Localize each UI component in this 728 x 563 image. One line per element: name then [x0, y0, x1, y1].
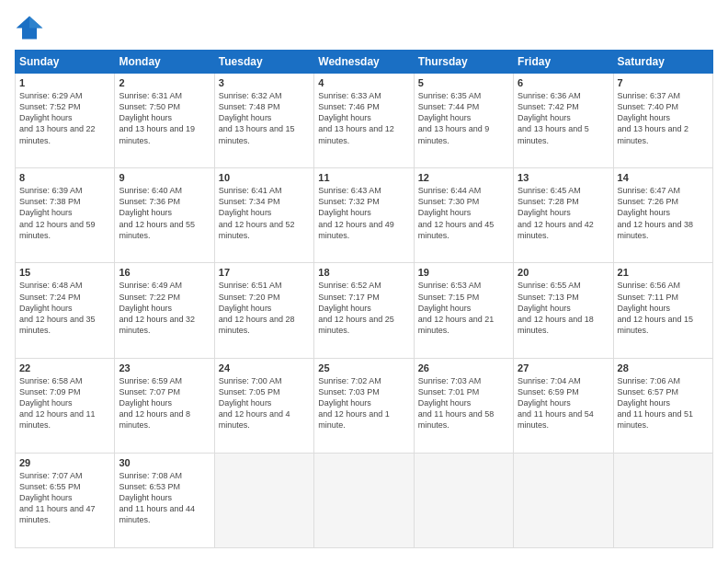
- calendar-cell: 27 Sunrise: 7:04 AMSunset: 6:59 PMDaylig…: [514, 358, 613, 453]
- day-number: 14: [618, 172, 709, 183]
- day-number: 9: [119, 172, 210, 183]
- day-header-wednesday: Wednesday: [314, 51, 414, 74]
- day-info: Sunrise: 6:59 AMSunset: 7:07 PMDaylight …: [119, 375, 210, 431]
- calendar-cell: [613, 453, 712, 547]
- calendar-cell: 12 Sunrise: 6:44 AMSunset: 7:30 PMDaylig…: [414, 168, 513, 263]
- calendar-cell: 2 Sunrise: 6:31 AMSunset: 7:50 PMDayligh…: [115, 74, 214, 168]
- day-header-friday: Friday: [514, 51, 613, 74]
- calendar-cell: 15 Sunrise: 6:48 AMSunset: 7:24 PMDaylig…: [16, 263, 115, 358]
- calendar-cell: 1 Sunrise: 6:29 AMSunset: 7:52 PMDayligh…: [16, 74, 115, 168]
- calendar-cell: 24 Sunrise: 7:00 AMSunset: 7:05 PMDaylig…: [214, 358, 313, 453]
- calendar-header-row: SundayMondayTuesdayWednesdayThursdayFrid…: [16, 51, 713, 74]
- day-info: Sunrise: 7:04 AMSunset: 6:59 PMDaylight …: [518, 375, 609, 431]
- day-info: Sunrise: 6:35 AMSunset: 7:44 PMDaylight …: [418, 90, 509, 146]
- day-number: 10: [219, 172, 310, 183]
- calendar-week-5: 29 Sunrise: 7:07 AMSunset: 6:55 PMDaylig…: [16, 453, 713, 547]
- calendar-cell: [414, 453, 513, 547]
- day-number: 5: [418, 77, 509, 88]
- day-info: Sunrise: 6:45 AMSunset: 7:28 PMDaylight …: [518, 185, 609, 241]
- day-number: 3: [219, 77, 310, 88]
- calendar-cell: 19 Sunrise: 6:53 AMSunset: 7:15 PMDaylig…: [414, 263, 513, 358]
- day-info: Sunrise: 6:41 AMSunset: 7:34 PMDaylight …: [219, 185, 310, 241]
- calendar-cell: 28 Sunrise: 7:06 AMSunset: 6:57 PMDaylig…: [613, 358, 712, 453]
- day-info: Sunrise: 6:44 AMSunset: 7:30 PMDaylight …: [418, 185, 509, 241]
- day-info: Sunrise: 6:51 AMSunset: 7:20 PMDaylight …: [219, 280, 310, 336]
- day-number: 21: [618, 267, 709, 278]
- calendar-week-1: 1 Sunrise: 6:29 AMSunset: 7:52 PMDayligh…: [16, 74, 713, 168]
- calendar-cell: 3 Sunrise: 6:32 AMSunset: 7:48 PMDayligh…: [214, 74, 313, 168]
- day-info: Sunrise: 7:03 AMSunset: 7:01 PMDaylight …: [418, 375, 509, 431]
- day-number: 6: [518, 77, 609, 88]
- calendar-cell: 9 Sunrise: 6:40 AMSunset: 7:36 PMDayligh…: [115, 168, 214, 263]
- calendar-cell: 17 Sunrise: 6:51 AMSunset: 7:20 PMDaylig…: [214, 263, 313, 358]
- calendar-cell: 6 Sunrise: 6:36 AMSunset: 7:42 PMDayligh…: [514, 74, 613, 168]
- day-info: Sunrise: 6:58 AMSunset: 7:09 PMDaylight …: [19, 375, 110, 431]
- day-number: 25: [318, 362, 409, 373]
- day-number: 16: [119, 267, 210, 278]
- calendar-cell: 22 Sunrise: 6:58 AMSunset: 7:09 PMDaylig…: [16, 358, 115, 453]
- day-header-monday: Monday: [115, 51, 214, 74]
- day-number: 30: [119, 457, 210, 468]
- day-number: 12: [418, 172, 509, 183]
- day-number: 26: [418, 362, 509, 373]
- calendar-cell: [314, 453, 414, 547]
- calendar-cell: 5 Sunrise: 6:35 AMSunset: 7:44 PMDayligh…: [414, 74, 513, 168]
- day-info: Sunrise: 7:02 AMSunset: 7:03 PMDaylight …: [318, 375, 409, 431]
- day-number: 13: [518, 172, 609, 183]
- day-number: 29: [19, 457, 110, 468]
- day-info: Sunrise: 7:07 AMSunset: 6:55 PMDaylight …: [19, 470, 110, 526]
- day-header-saturday: Saturday: [613, 51, 712, 74]
- day-number: 7: [618, 77, 709, 88]
- calendar-week-3: 15 Sunrise: 6:48 AMSunset: 7:24 PMDaylig…: [16, 263, 713, 358]
- day-info: Sunrise: 7:06 AMSunset: 6:57 PMDaylight …: [618, 375, 709, 431]
- calendar-cell: 26 Sunrise: 7:03 AMSunset: 7:01 PMDaylig…: [414, 358, 513, 453]
- day-header-sunday: Sunday: [16, 51, 115, 74]
- day-info: Sunrise: 6:49 AMSunset: 7:22 PMDaylight …: [119, 280, 210, 336]
- day-info: Sunrise: 6:39 AMSunset: 7:38 PMDaylight …: [19, 185, 110, 241]
- calendar-cell: 18 Sunrise: 6:52 AMSunset: 7:17 PMDaylig…: [314, 263, 414, 358]
- day-number: 2: [119, 77, 210, 88]
- day-header-thursday: Thursday: [414, 51, 513, 74]
- day-number: 1: [19, 77, 110, 88]
- day-number: 20: [518, 267, 609, 278]
- svg-marker-1: [29, 17, 42, 29]
- calendar-cell: 8 Sunrise: 6:39 AMSunset: 7:38 PMDayligh…: [16, 168, 115, 263]
- day-info: Sunrise: 6:33 AMSunset: 7:46 PMDaylight …: [318, 90, 409, 146]
- calendar-cell: 23 Sunrise: 6:59 AMSunset: 7:07 PMDaylig…: [115, 358, 214, 453]
- calendar-cell: [514, 453, 613, 547]
- calendar-cell: 16 Sunrise: 6:49 AMSunset: 7:22 PMDaylig…: [115, 263, 214, 358]
- calendar-cell: 14 Sunrise: 6:47 AMSunset: 7:26 PMDaylig…: [613, 168, 712, 263]
- day-info: Sunrise: 6:37 AMSunset: 7:40 PMDaylight …: [618, 90, 709, 146]
- day-number: 19: [418, 267, 509, 278]
- header: [15, 15, 713, 40]
- day-number: 4: [318, 77, 409, 88]
- calendar-cell: 30 Sunrise: 7:08 AMSunset: 6:53 PMDaylig…: [115, 453, 214, 547]
- day-info: Sunrise: 6:55 AMSunset: 7:13 PMDaylight …: [518, 280, 609, 336]
- page: SundayMondayTuesdayWednesdayThursdayFrid…: [0, 0, 728, 563]
- day-number: 8: [19, 172, 110, 183]
- day-info: Sunrise: 6:29 AMSunset: 7:52 PMDaylight …: [19, 90, 110, 146]
- calendar-table: SundayMondayTuesdayWednesdayThursdayFrid…: [15, 50, 713, 548]
- calendar-cell: 7 Sunrise: 6:37 AMSunset: 7:40 PMDayligh…: [613, 74, 712, 168]
- day-number: 17: [219, 267, 310, 278]
- calendar-cell: 20 Sunrise: 6:55 AMSunset: 7:13 PMDaylig…: [514, 263, 613, 358]
- day-info: Sunrise: 6:36 AMSunset: 7:42 PMDaylight …: [518, 90, 609, 146]
- calendar-cell: 29 Sunrise: 7:07 AMSunset: 6:55 PMDaylig…: [16, 453, 115, 547]
- calendar-cell: [214, 453, 313, 547]
- day-info: Sunrise: 6:52 AMSunset: 7:17 PMDaylight …: [318, 280, 409, 336]
- day-number: 28: [618, 362, 709, 373]
- logo-icon: [15, 15, 44, 40]
- day-number: 18: [318, 267, 409, 278]
- calendar-cell: 21 Sunrise: 6:56 AMSunset: 7:11 PMDaylig…: [613, 263, 712, 358]
- day-number: 15: [19, 267, 110, 278]
- calendar-week-2: 8 Sunrise: 6:39 AMSunset: 7:38 PMDayligh…: [16, 168, 713, 263]
- day-info: Sunrise: 6:31 AMSunset: 7:50 PMDaylight …: [119, 90, 210, 146]
- day-number: 27: [518, 362, 609, 373]
- calendar-cell: 10 Sunrise: 6:41 AMSunset: 7:34 PMDaylig…: [214, 168, 313, 263]
- day-info: Sunrise: 7:08 AMSunset: 6:53 PMDaylight …: [119, 470, 210, 526]
- day-number: 11: [318, 172, 409, 183]
- calendar-cell: 13 Sunrise: 6:45 AMSunset: 7:28 PMDaylig…: [514, 168, 613, 263]
- day-info: Sunrise: 6:48 AMSunset: 7:24 PMDaylight …: [19, 280, 110, 336]
- day-header-tuesday: Tuesday: [214, 51, 313, 74]
- day-info: Sunrise: 6:40 AMSunset: 7:36 PMDaylight …: [119, 185, 210, 241]
